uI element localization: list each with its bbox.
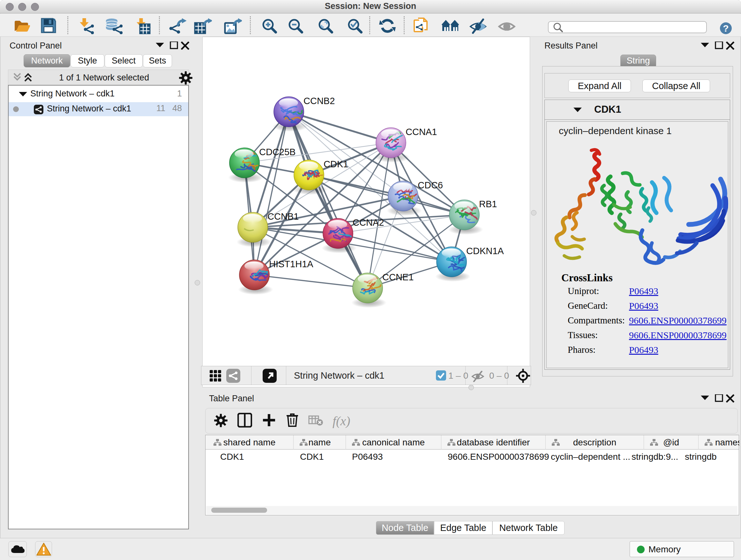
svg-text:CDKN1A: CDKN1A: [466, 246, 504, 256]
svg-text:CDK1: CDK1: [324, 159, 348, 169]
svg-text:CCNA1: CCNA1: [406, 127, 437, 137]
svg-text:CCNB2: CCNB2: [304, 96, 335, 106]
svg-text:CCNB1: CCNB1: [267, 211, 299, 222]
svg-text:CDC6: CDC6: [418, 180, 443, 190]
svg-text:CCNE1: CCNE1: [382, 272, 414, 282]
svg-text:CCNA2: CCNA2: [353, 217, 384, 228]
svg-text:HIST1H1A: HIST1H1A: [269, 259, 313, 269]
svg-text:CDC25B: CDC25B: [259, 147, 295, 157]
svg-text:RB1: RB1: [479, 199, 497, 209]
